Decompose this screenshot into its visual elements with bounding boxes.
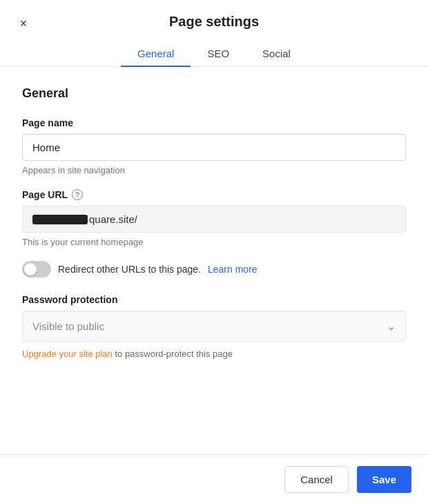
- upgrade-link[interactable]: Upgrade your site plan: [22, 349, 113, 359]
- page-url-hint: This is your current homepage: [22, 237, 406, 247]
- page-url-group: Page URL ? quare.site/ This is your curr…: [22, 189, 406, 247]
- learn-more-link[interactable]: Learn more: [208, 264, 257, 275]
- tabs-container: General SEO Social: [0, 41, 428, 67]
- password-select-value: Visible to public: [32, 320, 104, 332]
- url-suffix: quare.site/: [89, 213, 137, 225]
- password-label: Password protection: [22, 294, 406, 305]
- redirect-toggle[interactable]: [22, 261, 51, 278]
- page-name-group: Page name Appears in site navigation: [22, 117, 406, 175]
- tab-seo[interactable]: SEO: [191, 41, 246, 66]
- upgrade-text: Upgrade your site plan to password-prote…: [22, 349, 406, 359]
- password-select-wrapper: Visible to public ⌄: [22, 311, 406, 342]
- redirect-text: Redirect other URLs to this page.: [58, 264, 201, 275]
- password-select[interactable]: Visible to public ⌄: [22, 311, 406, 342]
- tab-social[interactable]: Social: [246, 41, 307, 66]
- upgrade-suffix: to password-protect this page: [113, 349, 233, 359]
- content-area: General Page name Appears in site naviga…: [0, 67, 428, 454]
- page-name-label: Page name: [22, 117, 406, 128]
- page-url-display: quare.site/: [22, 206, 406, 233]
- password-group: Password protection Visible to public ⌄ …: [22, 294, 406, 359]
- toggle-knob: [24, 263, 37, 275]
- cancel-button[interactable]: Cancel: [284, 466, 349, 493]
- modal-title: Page settings: [169, 14, 259, 30]
- close-button[interactable]: ×: [14, 14, 33, 33]
- chevron-down-icon: ⌄: [387, 320, 396, 333]
- section-title: General: [22, 86, 406, 101]
- help-icon[interactable]: ?: [72, 189, 83, 200]
- password-section: Password protection Visible to public ⌄ …: [22, 294, 406, 359]
- redirect-row: Redirect other URLs to this page. Learn …: [22, 261, 406, 278]
- save-button[interactable]: Save: [357, 466, 411, 493]
- page-url-label: Page URL ?: [22, 189, 406, 200]
- page-name-input[interactable]: [22, 134, 406, 161]
- url-masked-part: [32, 215, 88, 224]
- page-name-hint: Appears in site navigation: [22, 165, 406, 175]
- modal-header: × Page settings: [0, 0, 428, 30]
- tab-general[interactable]: General: [121, 41, 191, 66]
- modal-footer: Cancel Save: [0, 454, 428, 504]
